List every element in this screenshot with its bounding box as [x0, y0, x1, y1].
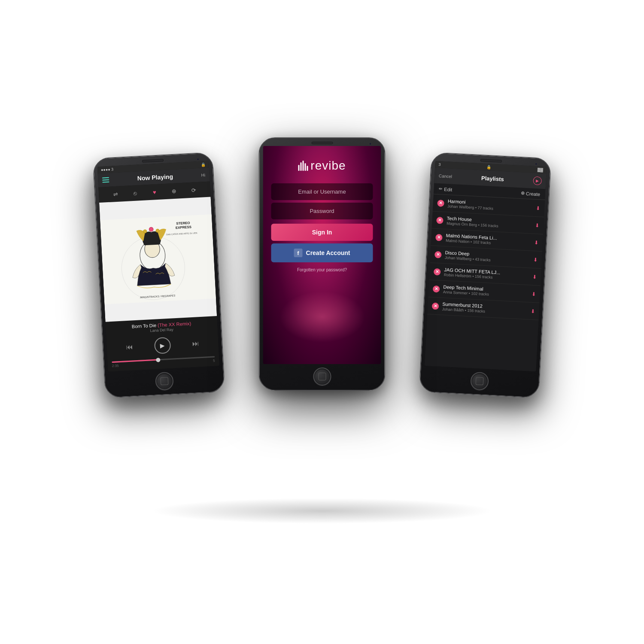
total-time: 5 — [213, 358, 215, 362]
playlist-info: Malmö Nations Feta Li... Malmö Nation • … — [446, 233, 531, 247]
pl-battery: ▓▓ — [538, 167, 544, 172]
front-camera-center — [369, 143, 372, 145]
signal-strength: ●●●● 3 — [101, 167, 114, 172]
download-icon[interactable]: ⬇ — [531, 291, 536, 297]
phone-center: revibe Sign In f Create Account Forgotte… — [259, 137, 386, 391]
bar4 — [304, 163, 306, 171]
phone-top-bar-center — [260, 138, 385, 146]
create-account-label: Create Account — [306, 249, 350, 256]
download-icon[interactable]: ⬇ — [536, 205, 541, 212]
login-form: Sign In f Create Account — [271, 183, 373, 262]
edit-playlists-button[interactable]: ✏ Edit — [439, 186, 453, 192]
pl-lock: 🔒 — [486, 165, 492, 170]
pencil-icon: ✏ — [439, 186, 443, 191]
remove-icon[interactable]: ✕ — [436, 216, 444, 224]
phones-container: ●●●● 3 🔒 Now Playing Hi ⇌ ⎋ ♥ ⊕ — [86, 129, 558, 515]
bar2 — [300, 162, 301, 171]
playlist-info: Summerburst 2012 Johan Bååth • 156 track… — [442, 301, 527, 316]
svg-rect-0 — [100, 214, 216, 304]
progress-thumb[interactable] — [156, 358, 161, 362]
playlist-info: Deep Tech Minimal Anna Sommer • 102 trac… — [443, 284, 529, 298]
download-icon[interactable]: ⬇ — [530, 308, 535, 314]
download-icon[interactable]: ⬇ — [534, 239, 539, 246]
play-pause-button[interactable]: ▶ — [154, 337, 171, 354]
playlists-screen: 3 🔒 ▓▓ Cancel Playlists ▶ ✏ Edit — [425, 161, 547, 372]
speaker-grille — [142, 159, 164, 163]
create-playlist-button[interactable]: ⊕ Create — [521, 190, 541, 197]
svg-text:EXPRESS: EXPRESS — [176, 225, 191, 230]
download-icon[interactable]: ⬇ — [535, 222, 540, 228]
login-screen: revibe Sign In f Create Account Forgotte… — [263, 146, 381, 364]
phone-right: 3 🔒 ▓▓ Cancel Playlists ▶ ✏ Edit — [419, 152, 552, 398]
header-right: Hi — [201, 173, 205, 177]
remove-icon[interactable]: ✕ — [432, 302, 439, 310]
bar3 — [302, 161, 304, 171]
playlist-info: JAG OCH MITT FETA LJ... Robin Hellström … — [444, 267, 529, 281]
next-button[interactable]: ⏭ — [192, 340, 199, 348]
revibe-bars-icon — [298, 161, 308, 171]
facebook-icon: f — [294, 249, 303, 257]
playlist-info: Tech House Magnus Örn Berg • 156 tracks — [447, 216, 532, 230]
bg-glow — [279, 291, 365, 343]
password-input[interactable] — [271, 203, 373, 219]
create-account-button[interactable]: f Create Account — [271, 243, 373, 262]
revibe-wordmark: revibe — [310, 159, 346, 173]
hamburger-icon[interactable] — [102, 177, 109, 183]
speaker-grille-center — [311, 142, 333, 144]
sign-in-button[interactable]: Sign In — [271, 224, 373, 241]
login-status-bar — [263, 146, 381, 150]
download-icon[interactable]: ⬇ — [532, 273, 537, 280]
front-camera-right — [535, 163, 538, 165]
plus-icon: ⊕ — [521, 190, 525, 196]
remove-icon[interactable]: ✕ — [437, 200, 444, 207]
now-playing-icon[interactable]: ▶ — [533, 176, 542, 185]
speaker-grille-right — [480, 159, 502, 163]
cancel-button[interactable]: Cancel — [439, 173, 453, 179]
phones-shadow — [150, 498, 494, 524]
email-username-input[interactable] — [271, 183, 373, 200]
now-playing-screen: ●●●● 3 🔒 Now Playing Hi ⇌ ⎋ ♥ ⊕ — [97, 161, 220, 372]
heart-icon[interactable]: ♥ — [150, 188, 159, 197]
remove-icon[interactable]: ✕ — [434, 251, 442, 258]
more-icon[interactable]: ⟳ — [189, 185, 198, 194]
bar1 — [298, 165, 299, 171]
album-art: STEREO EXPRESS DAN CATER AND ARTE DL UEN — [99, 197, 217, 322]
download-icon[interactable]: ⬇ — [533, 256, 538, 263]
pl-signal: 3 — [438, 162, 441, 167]
playlist-info: Harmoni Johan Wallberg • 77 tracks — [447, 198, 533, 213]
edit-label: Edit — [444, 186, 453, 192]
svg-point-7 — [143, 230, 147, 233]
svg-point-9 — [149, 227, 153, 231]
create-label: Create — [526, 191, 541, 197]
remove-icon[interactable]: ✕ — [435, 234, 443, 241]
add-icon[interactable]: ⊕ — [170, 186, 179, 195]
previous-button[interactable]: ⏮ — [126, 343, 133, 351]
home-button-right[interactable] — [470, 372, 489, 391]
current-time: 2:35 — [112, 364, 119, 368]
shuffle-icon[interactable]: ⇌ — [111, 190, 120, 199]
phone-left: ●●●● 3 🔒 Now Playing Hi ⇌ ⎋ ♥ ⊕ — [93, 152, 225, 398]
playlists-title: Playlists — [481, 175, 504, 182]
playlist-info: Disco Deep Johan Wallberg • 43 tracks — [445, 250, 530, 264]
share-icon[interactable]: ⎋ — [131, 188, 140, 197]
svg-point-8 — [156, 229, 159, 232]
playlists-list: ✕ Harmoni Johan Wallberg • 77 tracks ⬇ ✕… — [425, 194, 545, 371]
bar5 — [307, 166, 308, 171]
front-camera — [197, 158, 199, 161]
lock-icon: 🔒 — [200, 162, 206, 167]
svg-text:STEREO: STEREO — [176, 221, 190, 226]
remove-icon[interactable]: ✕ — [433, 285, 440, 292]
remove-icon[interactable]: ✕ — [434, 268, 441, 275]
now-playing-title: Now Playing — [137, 173, 173, 182]
forgotten-password-link[interactable]: Forgotten your password? — [297, 267, 347, 272]
home-button-left[interactable] — [155, 372, 174, 391]
home-button-center[interactable] — [313, 368, 331, 386]
revibe-logo: revibe — [298, 159, 346, 173]
